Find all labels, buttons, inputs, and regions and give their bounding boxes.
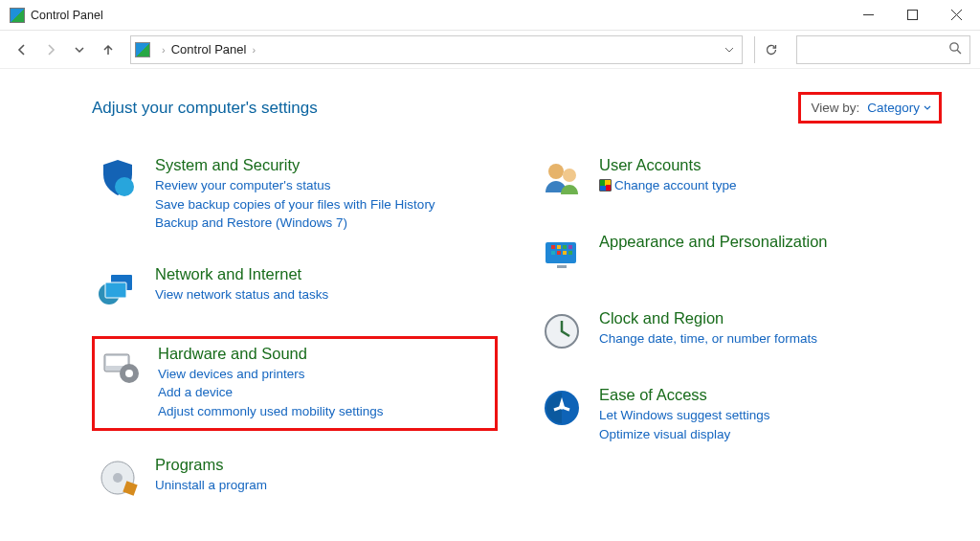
forward-button[interactable] [38,37,63,62]
category-link[interactable]: Review your computer's status [155,176,435,195]
chevron-right-icon[interactable]: › [252,44,256,56]
view-by-value: Category [867,101,920,115]
network-internet-icon[interactable] [96,265,140,309]
svg-rect-18 [563,245,567,249]
category-title[interactable]: Hardware and Sound [158,345,384,363]
category-link[interactable]: Uninstall a program [155,476,267,495]
content-area: Adjust your computer's settings View by:… [0,69,980,527]
navigation-toolbar: › Control Panel › [0,31,980,69]
category-link[interactable]: Add a device [158,383,384,402]
category-user-accounts: User AccountsChange account type [536,150,942,208]
svg-rect-0 [907,11,917,20]
svg-rect-5 [105,282,126,298]
window-titlebar: Control Panel [0,0,980,31]
control-panel-icon [135,42,150,57]
category-link[interactable]: Let Windows suggest settings [599,406,770,425]
category-link[interactable]: Optimize visual display [599,425,770,444]
svg-rect-19 [568,245,572,249]
category-link[interactable]: Change date, time, or number formats [599,329,817,349]
svg-point-2 [115,177,134,196]
category-appearance-personalization: Appearance and Personalization [536,227,942,284]
appearance-personalization-icon[interactable] [540,233,584,277]
svg-point-9 [125,370,133,377]
category-column-right: User AccountsChange account typeAppearan… [536,150,942,507]
address-bar[interactable]: › Control Panel › [130,35,743,64]
search-input[interactable] [796,35,970,64]
category-network-internet: Network and InternetView network status … [92,259,498,317]
system-security-icon[interactable] [96,156,140,200]
svg-rect-21 [557,251,561,255]
category-title[interactable]: Clock and Region [599,309,817,327]
category-programs: ProgramsUninstall a program [92,450,498,507]
category-clock-region: Clock and RegionChange date, time, or nu… [536,304,942,361]
ease-of-access-icon[interactable] [540,386,584,430]
minimize-button[interactable] [846,0,890,31]
category-system-security: System and SecurityReview your computer'… [92,150,498,240]
category-title[interactable]: Network and Internet [155,265,328,283]
category-link[interactable]: View devices and printers [158,365,384,384]
address-history-dropdown[interactable] [719,36,740,63]
up-button[interactable] [96,37,121,62]
svg-rect-7 [106,356,127,366]
window-title: Control Panel [31,9,846,22]
category-title[interactable]: Appearance and Personalization [599,233,828,251]
page-heading: Adjust your computer's settings [92,99,798,118]
view-by-selector[interactable]: View by: Category [798,92,942,124]
svg-rect-16 [551,245,555,249]
search-icon [948,41,962,58]
breadcrumb-current[interactable]: Control Panel [171,42,247,56]
svg-point-11 [113,473,122,483]
category-title[interactable]: Ease of Access [599,386,770,404]
category-column-left: System and SecurityReview your computer'… [92,150,498,507]
view-by-label: View by: [811,101,859,115]
control-panel-icon [10,8,25,23]
hardware-sound-icon[interactable] [99,345,143,389]
category-title[interactable]: System and Security [155,156,435,174]
svg-point-14 [563,169,576,182]
chevron-down-icon [924,104,931,112]
user-accounts-icon[interactable] [540,156,584,200]
svg-rect-17 [557,245,561,249]
category-hardware-sound: Hardware and SoundView devices and print… [92,336,498,432]
svg-rect-23 [568,251,572,255]
back-button[interactable] [10,37,34,62]
svg-rect-20 [551,251,555,255]
category-title[interactable]: Programs [155,456,267,474]
category-link[interactable]: Save backup copies of your files with Fi… [155,195,435,214]
uac-shield-icon [599,179,612,192]
close-button[interactable] [934,0,978,31]
svg-rect-24 [557,265,567,268]
programs-icon[interactable] [96,456,140,500]
category-title[interactable]: User Accounts [599,156,737,174]
refresh-button[interactable] [754,36,787,63]
category-ease-of-access: Ease of AccessLet Windows suggest settin… [536,380,942,451]
maximize-button[interactable] [890,0,934,31]
category-link[interactable]: Backup and Restore (Windows 7) [155,214,435,233]
category-link[interactable]: Change account type [599,176,737,195]
recent-locations-dropdown[interactable] [67,37,92,62]
category-link[interactable]: Adjust commonly used mobility settings [158,402,384,421]
svg-rect-22 [563,251,567,255]
category-link[interactable]: View network status and tasks [155,285,328,304]
svg-point-1 [950,42,958,50]
svg-point-13 [548,164,564,179]
chevron-right-icon[interactable]: › [162,44,166,56]
clock-region-icon[interactable] [540,309,584,353]
